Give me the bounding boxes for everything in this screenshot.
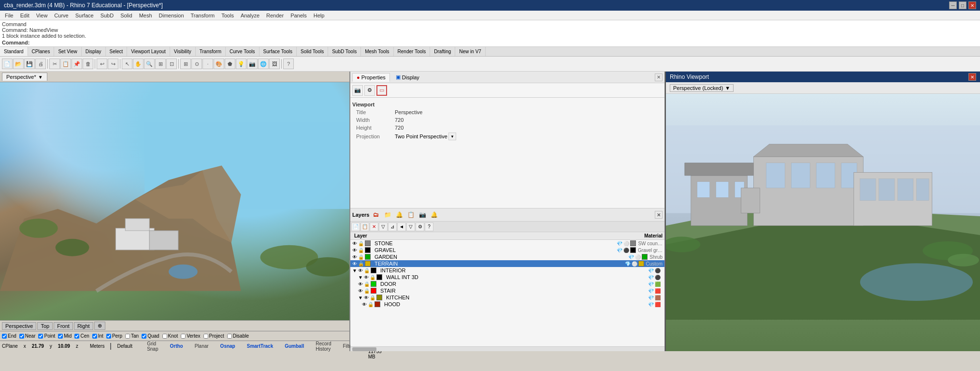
vp-tab-right[interactable]: Right	[74, 322, 93, 330]
layer-terrain-color[interactable]	[365, 261, 371, 267]
grid-snap-btn[interactable]: Grid Snap	[144, 341, 161, 352]
snap-mid[interactable]: Mid	[58, 333, 72, 339]
menu-file[interactable]: File	[2, 12, 16, 19]
layers-hscrollbar[interactable]	[350, 346, 664, 351]
layer-row-stair[interactable]: 👁 🔒 STAIR 💎 🟥	[350, 287, 664, 294]
layer-row-gravel[interactable]: 👁 🔒 GRAVEL 💎 ⚫ Gravel gr…	[350, 247, 664, 253]
tool-snap[interactable]: ⊙	[191, 59, 202, 69]
tool-open[interactable]: 📂	[13, 59, 24, 69]
layer-gravel-mat-color[interactable]	[630, 247, 636, 253]
layer-garden-color[interactable]	[365, 254, 371, 260]
layer-gravel-color[interactable]	[365, 247, 371, 253]
tool-paste[interactable]: 📌	[72, 59, 82, 69]
props-camera-icon[interactable]: 📷	[352, 85, 363, 96]
close-button[interactable]: ✕	[968, 1, 976, 9]
tool-zoom-sel[interactable]: ⊞	[155, 59, 166, 69]
layer-row-door[interactable]: 👁 🔒 DOOR 💎 🟩	[350, 281, 664, 287]
tool-cut[interactable]: ✂	[49, 59, 60, 69]
tool-zoom-win[interactable]: ⊡	[166, 59, 177, 69]
tab-cplanes[interactable]: CPlanes	[28, 47, 55, 56]
snap-project[interactable]: Project	[203, 333, 224, 339]
tab-setview[interactable]: Set View	[54, 47, 81, 56]
tab-subd-tools[interactable]: SubD Tools	[328, 47, 361, 56]
layer-terrain-mat-color[interactable]	[638, 261, 644, 267]
menu-surface[interactable]: Surface	[72, 12, 97, 19]
snap-perp[interactable]: Perp	[106, 333, 122, 339]
rhino-3d-canvas[interactable]	[666, 94, 980, 351]
snap-cen[interactable]: Cen	[74, 333, 89, 339]
vp-tab-add[interactable]: ⊕	[94, 322, 105, 330]
layer-row-kitchen[interactable]: ▼ 👁 🔒 KITCHEN 💎 🟫	[350, 294, 664, 301]
layer-new-btn[interactable]: 📄	[351, 223, 360, 231]
tool-pan[interactable]: ✋	[133, 59, 144, 69]
layer-bell-btn[interactable]: 🔔	[394, 210, 404, 220]
planar-btn[interactable]: Planar	[192, 343, 212, 349]
layer-help-btn[interactable]: ?	[425, 223, 433, 231]
layer-folder-btn[interactable]: 📁	[383, 210, 392, 220]
tool-new[interactable]: 📄	[2, 59, 13, 69]
layer-kitchen-color[interactable]	[376, 295, 382, 300]
layer-hood-color[interactable]	[375, 301, 380, 307]
tab-display[interactable]: Display	[82, 47, 106, 56]
snap-quad[interactable]: Quad	[142, 333, 159, 339]
layer-wallint-color[interactable]	[376, 274, 382, 280]
tab-standard[interactable]: Standard	[0, 47, 28, 56]
tool-delete[interactable]: 🗑	[83, 59, 93, 69]
command-input[interactable]	[31, 40, 978, 45]
layer-row-garden[interactable]: 👁 🔒 GARDEN 💎 ⚪ Shrub	[350, 253, 664, 260]
layer-new-sub-btn[interactable]: 📋	[360, 223, 369, 231]
menu-mesh[interactable]: Mesh	[136, 12, 155, 19]
maximize-button[interactable]: □	[959, 1, 966, 9]
vp-tab-front[interactable]: Front	[54, 322, 73, 330]
snap-int[interactable]: Int	[92, 333, 103, 339]
menu-subd[interactable]: SubD	[98, 12, 117, 19]
record-history-btn[interactable]: Record History	[313, 341, 334, 352]
layer-interior-color[interactable]	[371, 267, 376, 273]
layer-row-terrain[interactable]: 👁 🔒 TERRAIN 💎 ⚪ Custom	[350, 260, 664, 267]
menu-help[interactable]: Help	[311, 12, 328, 19]
hscroll-thumb[interactable]	[352, 347, 376, 351]
tab-select[interactable]: Select	[106, 47, 128, 56]
menu-view[interactable]: View	[33, 12, 51, 19]
menu-render[interactable]: Render	[263, 12, 287, 19]
layer-filter-btn[interactable]: ▽	[379, 223, 388, 231]
props-settings-icon[interactable]: ⚙	[364, 85, 375, 96]
tool-light[interactable]: 💡	[236, 59, 246, 69]
menu-analyze[interactable]: Analyze	[238, 12, 262, 19]
tool-copy[interactable]: 📋	[60, 59, 71, 69]
layer-row-wall-int-3d[interactable]: ▼ 👁 🔒 WALL INT 3D 💎 ⚫	[350, 274, 664, 281]
tool-post[interactable]: 🖼	[269, 59, 280, 69]
viewport-dropdown-arrow[interactable]: ▼	[38, 74, 43, 80]
snap-disable[interactable]: Disable	[227, 333, 249, 339]
tool-env[interactable]: 🌐	[258, 59, 269, 69]
layer-row-stone[interactable]: 👁 🔒 STONE 💎 ⚪ SW coun…	[350, 240, 664, 247]
tab-transform[interactable]: Transform	[196, 47, 226, 56]
tool-mat[interactable]: ⬟	[225, 59, 235, 69]
snap-vertex[interactable]: Vertex	[181, 333, 200, 339]
tab-new-v7[interactable]: New in V7	[455, 47, 486, 56]
layer-stone-mat-color[interactable]	[630, 240, 636, 246]
layer-door-color[interactable]	[371, 281, 376, 287]
rhino-close-btn[interactable]: ✕	[968, 73, 976, 81]
tab-viewport-layout[interactable]: Viewport Layout	[127, 47, 170, 56]
tab-display[interactable]: ▣ Display	[392, 73, 423, 81]
layer-funnel-btn[interactable]: ▽	[406, 223, 415, 231]
ortho-btn[interactable]: Ortho	[167, 343, 186, 349]
vp-tab-top[interactable]: Top	[37, 322, 53, 330]
tool-undo[interactable]: ↩	[97, 59, 107, 69]
tool-select[interactable]: ↖	[122, 59, 132, 69]
snap-near[interactable]: Near	[19, 333, 36, 339]
tab-mesh-tools[interactable]: Mesh Tools	[361, 47, 393, 56]
layer-stair-color[interactable]	[371, 288, 376, 294]
tool-save[interactable]: 💾	[24, 59, 35, 69]
layer-row-hood[interactable]: 👁 🔒 HOOD 💎 🟥	[350, 301, 664, 308]
snap-point[interactable]: Point	[38, 333, 55, 339]
tab-curve-tools[interactable]: Curve Tools	[226, 47, 259, 56]
prop-proj-dropdown[interactable]: Two Point Perspective ▼	[395, 133, 456, 140]
minimize-button[interactable]: ─	[949, 1, 957, 9]
layer-sort-btn[interactable]: ⊿	[388, 223, 397, 231]
layer-view-btn[interactable]: 📋	[406, 210, 416, 220]
layer-stone-color[interactable]	[365, 240, 371, 246]
snap-tan[interactable]: Tan	[125, 333, 139, 339]
perspective-locked-badge[interactable]: Perspective (Locked) ▼	[670, 84, 734, 92]
